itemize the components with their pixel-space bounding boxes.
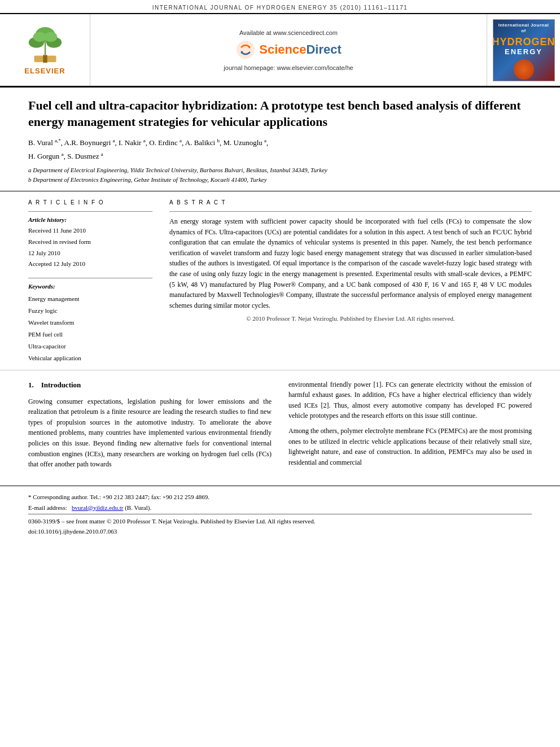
author-sup-a: a,* xyxy=(55,138,61,143)
article-info-heading: A R T I C L E I N F O xyxy=(28,199,152,206)
affiliation-a: a Department of Electrical Engineering, … xyxy=(28,165,532,176)
intro-paragraph-3: Among the others, polymer electrolyte me… xyxy=(288,426,532,468)
article-info-col: A R T I C L E I N F O Article history: R… xyxy=(28,199,152,364)
intro-paragraph-2: environmental friendly power [1]. FCs ca… xyxy=(288,379,532,421)
doi-text: doi:10.1016/j.ijhydene.2010.07.063 xyxy=(28,527,532,537)
abstract-col: A B S T R A C T An energy storage system… xyxy=(169,199,532,364)
keywords-block: Keywords: Energy management Fuzzy logic … xyxy=(28,278,152,364)
keyword-vehicular: Vehicular application xyxy=(28,352,152,364)
svg-rect-0 xyxy=(43,55,47,63)
corresponding-note: * Corresponding author. Tel.: +90 212 38… xyxy=(28,492,532,503)
intro-paragraph-1: Growing consumer expectations, legislati… xyxy=(28,396,272,470)
intro-heading: 1. Introduction xyxy=(28,379,272,391)
he-cover-decoration xyxy=(514,59,534,80)
banner-center: Available at www.sciencedirect.com Scien… xyxy=(90,14,487,86)
keyword-wavelet: Wavelet transform xyxy=(28,317,152,329)
article-title: Fuel cell and ultra-capacitor hybridizat… xyxy=(28,98,532,130)
corresponding-text: * Corresponding author. Tel.: +90 212 38… xyxy=(28,493,209,500)
authors-line1: B. Vural a,*, A.R. Boynuegri a, I. Nakir… xyxy=(28,138,532,147)
abstract-copyright: © 2010 Professor T. Nejat Veziroglu. Pub… xyxy=(169,315,532,322)
accepted-date: Accepted 12 July 2010 xyxy=(28,259,152,270)
journal-title: INTERNATIONAL JOURNAL OF HYDROGEN ENERGY… xyxy=(152,5,408,11)
email-address[interactable]: bvural@yildiz.edu.tr xyxy=(72,504,123,511)
keyword-energy: Energy management xyxy=(28,293,152,305)
article-info-abstract: A R T I C L E I N F O Article history: R… xyxy=(0,191,560,370)
footer-section: * Corresponding author. Tel.: +90 212 38… xyxy=(0,486,560,540)
abstract-heading: A B S T R A C T xyxy=(169,199,532,206)
available-text: Available at www.sciencedirect.com xyxy=(239,29,338,36)
he-cover-title-text: International Journal of xyxy=(493,20,554,37)
article-title-section: Fuel cell and ultra-capacitor hybridizat… xyxy=(0,88,560,191)
history-label: Article history: xyxy=(28,216,152,223)
article-dates: Received 11 June 2010 Received in revise… xyxy=(28,225,152,270)
journal-header: INTERNATIONAL JOURNAL OF HYDROGEN ENERGY… xyxy=(0,0,560,14)
abstract-text: An energy storage system with sufficient… xyxy=(169,216,532,311)
he-journal-cover: International Journal of HYDROGEN ENERGY xyxy=(493,19,555,81)
keyword-fuzzy: Fuzzy logic xyxy=(28,305,152,317)
abstract-content: An energy storage system with sufficient… xyxy=(169,211,532,322)
svg-point-6 xyxy=(44,32,57,42)
he-cover-subtitle: HYDROGEN ENERGY xyxy=(493,37,555,56)
received-revised-label: Received in revised form xyxy=(28,237,152,248)
authors-line2: H. Gorgun a, S. Dusmez a xyxy=(28,151,532,161)
keyword-pem: PEM fuel cell xyxy=(28,329,152,340)
body-col-left: 1. Introduction Growing consumer expecta… xyxy=(28,379,272,474)
email-suffix: (B. Vural). xyxy=(125,504,151,511)
revised-date: 12 July 2010 xyxy=(28,248,152,259)
svg-point-9 xyxy=(237,41,255,59)
svg-rect-8 xyxy=(47,55,56,62)
body-col-right: environmental friendly power [1]. FCs ca… xyxy=(288,379,532,474)
section-number: 1. xyxy=(28,381,34,389)
authors-text: B. Vural xyxy=(28,139,55,147)
email-line: E-mail address: bvural@yildiz.edu.tr (B.… xyxy=(28,503,532,513)
body-content: 1. Introduction Growing consumer expecta… xyxy=(0,370,560,480)
footer-license: 0360-3199/$ – see front matter © 2010 Pr… xyxy=(28,514,532,536)
elsevier-wordmark: ELSEVIER xyxy=(24,67,65,75)
banner-right: International Journal of HYDROGEN ENERGY xyxy=(487,14,560,86)
sciencedirect-text: ScienceDirect xyxy=(259,42,342,57)
elsevier-logo: ELSEVIER xyxy=(23,25,68,75)
elsevier-tree-icon xyxy=(23,25,68,64)
svg-rect-7 xyxy=(34,55,43,62)
email-label: E-mail address: xyxy=(28,504,67,511)
sciencedirect-icon xyxy=(235,40,256,60)
affiliation-b: b Department of Electronics Engineering,… xyxy=(28,175,532,185)
keyword-uc: Ultra-capacitor xyxy=(28,340,152,352)
article-history-block: Article history: Received 11 June 2010 R… xyxy=(28,211,152,270)
section-title-text: Introduction xyxy=(41,381,81,389)
keywords-label: Keywords: xyxy=(28,283,152,290)
received-date: Received 11 June 2010 xyxy=(28,225,152,237)
banner: ELSEVIER Available at www.sciencedirect.… xyxy=(0,14,560,88)
elsevier-logo-area: ELSEVIER xyxy=(0,14,90,86)
sciencedirect-logo: ScienceDirect xyxy=(235,40,342,60)
license-text: 0360-3199/$ – see front matter © 2010 Pr… xyxy=(28,517,532,527)
affiliations: a Department of Electrical Engineering, … xyxy=(28,165,532,185)
journal-homepage: journal homepage: www.elsevier.com/locat… xyxy=(224,64,353,71)
